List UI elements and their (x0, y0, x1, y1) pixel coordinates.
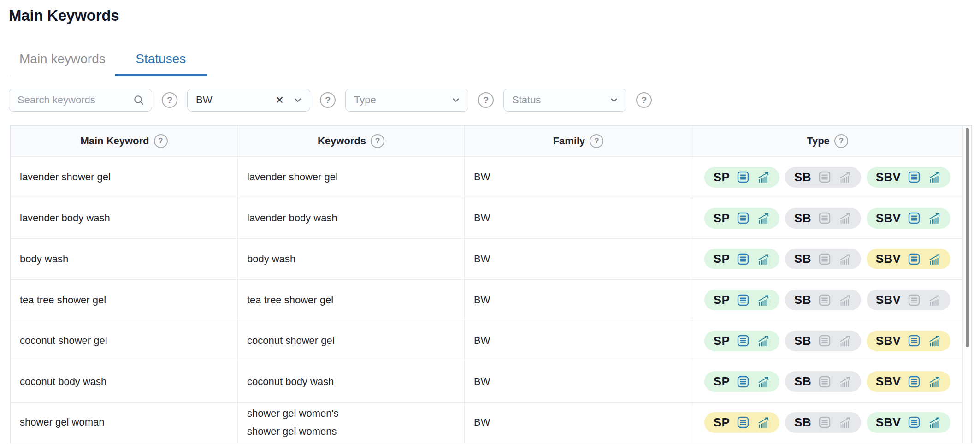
badge-label: SB (794, 293, 811, 307)
tab-main-keywords[interactable]: Main keywords (10, 52, 115, 76)
badge-sbv[interactable]: SBV (867, 371, 950, 392)
search-field[interactable] (9, 89, 152, 112)
badge-sp[interactable]: SP (704, 331, 779, 351)
trend-chart-icon[interactable] (756, 415, 770, 429)
trend-chart-icon[interactable] (838, 170, 852, 184)
trend-chart-icon[interactable] (927, 252, 941, 266)
keyword-list-icon[interactable] (907, 252, 921, 266)
trend-chart-icon[interactable] (927, 293, 941, 307)
keyword-line: body wash (247, 253, 295, 265)
badge-sbv[interactable]: SBV (867, 412, 950, 433)
keyword-list-icon[interactable] (736, 293, 750, 307)
help-icon[interactable]: ? (590, 134, 603, 148)
keyword-list-icon[interactable] (736, 375, 750, 389)
trend-chart-icon[interactable] (838, 252, 852, 266)
keyword-list-icon[interactable] (907, 334, 921, 348)
cell-main-keyword: body wash (11, 239, 238, 279)
keyword-list-icon[interactable] (736, 252, 750, 266)
trend-chart-icon[interactable] (927, 415, 941, 429)
keyword-list-icon[interactable] (736, 334, 750, 348)
clear-icon[interactable]: ✕ (275, 95, 284, 106)
badge-sp[interactable]: SP (704, 167, 779, 188)
badge-sp[interactable]: SP (704, 412, 779, 433)
family-text: BW (474, 416, 490, 428)
keyword-list-icon[interactable] (818, 252, 832, 266)
keyword-list-icon[interactable] (907, 415, 921, 429)
table-row: body washbody washBWSPSBSBV (11, 238, 963, 279)
tabs: Main keywords Statuses (10, 52, 980, 76)
badge-sp[interactable]: SP (704, 249, 779, 269)
help-icon[interactable]: ? (478, 92, 494, 108)
table-row: shower gel womanshower gel women'sshower… (11, 402, 963, 443)
trend-chart-icon[interactable] (756, 293, 770, 307)
keyword-line: lavender shower gel (247, 171, 338, 183)
badge-sbv[interactable]: SBV (867, 331, 950, 351)
keyword-list-icon[interactable] (907, 375, 921, 389)
keyword-list-icon[interactable] (818, 293, 832, 307)
badge-sbv[interactable]: SBV (867, 208, 950, 229)
badge-sb[interactable]: SB (785, 290, 861, 310)
badge-label: SBV (876, 211, 901, 225)
table-scrollbar[interactable] (963, 126, 971, 443)
badge-sp[interactable]: SP (704, 208, 779, 229)
cell-type-badges: SPSBSBV (692, 280, 963, 320)
badge-sbv[interactable]: SBV (867, 167, 950, 188)
badge-sb[interactable]: SB (785, 167, 861, 188)
trend-chart-icon[interactable] (927, 170, 941, 184)
badge-sb[interactable]: SB (785, 331, 861, 351)
keyword-list-icon[interactable] (818, 375, 832, 389)
trend-chart-icon[interactable] (838, 415, 852, 429)
badge-sb[interactable]: SB (785, 412, 861, 433)
help-icon[interactable]: ? (162, 92, 177, 108)
help-icon[interactable]: ? (154, 134, 168, 148)
keyword-list-icon[interactable] (736, 170, 750, 184)
search-input[interactable] (18, 94, 133, 106)
trend-chart-icon[interactable] (927, 334, 941, 348)
trend-chart-icon[interactable] (838, 334, 852, 348)
family-select[interactable]: BW ✕ (187, 89, 310, 112)
keyword-list-icon[interactable] (736, 211, 750, 225)
cell-family: BW (465, 157, 692, 198)
trend-chart-icon[interactable] (927, 375, 941, 389)
keyword-list-icon[interactable] (818, 211, 832, 225)
keyword-list-icon[interactable] (818, 170, 832, 184)
type-select[interactable]: Type (345, 89, 468, 112)
badge-sb[interactable]: SB (785, 249, 861, 269)
keyword-list-icon[interactable] (907, 211, 921, 225)
keyword-list-icon[interactable] (818, 334, 832, 348)
table-header: Main Keyword ? Keywords ? Family ? Type … (11, 126, 963, 157)
trend-chart-icon[interactable] (838, 375, 852, 389)
chevron-down-icon[interactable] (608, 95, 620, 106)
badge-sbv[interactable]: SBV (867, 249, 950, 269)
table-row: lavender body washlavender body washBWSP… (11, 198, 963, 239)
help-icon[interactable]: ? (834, 134, 848, 148)
keyword-list-icon[interactable] (736, 415, 750, 429)
badge-sp[interactable]: SP (704, 371, 779, 392)
table-row: lavender shower gellavender shower gelBW… (11, 157, 963, 198)
trend-chart-icon[interactable] (838, 293, 852, 307)
scrollbar-thumb[interactable] (966, 128, 969, 347)
help-icon[interactable]: ? (320, 92, 336, 108)
help-icon[interactable]: ? (371, 134, 384, 148)
badge-sp[interactable]: SP (704, 290, 779, 310)
trend-chart-icon[interactable] (756, 375, 770, 389)
tab-statuses[interactable]: Statuses (115, 52, 207, 76)
trend-chart-icon[interactable] (756, 334, 770, 348)
trend-chart-icon[interactable] (756, 252, 770, 266)
trend-chart-icon[interactable] (838, 211, 852, 225)
badge-sb[interactable]: SB (785, 208, 861, 229)
keyword-list-icon[interactable] (907, 170, 921, 184)
badge-sbv[interactable]: SBV (867, 290, 950, 310)
status-select[interactable]: Status (503, 89, 626, 112)
trend-chart-icon[interactable] (756, 170, 770, 184)
keyword-list-icon[interactable] (907, 293, 921, 307)
keyword-line: coconut body wash (247, 376, 334, 388)
help-icon[interactable]: ? (636, 92, 652, 108)
trend-chart-icon[interactable] (756, 211, 770, 225)
trend-chart-icon[interactable] (927, 211, 941, 225)
column-label: Family (553, 135, 585, 147)
chevron-down-icon[interactable] (450, 95, 461, 106)
badge-sb[interactable]: SB (785, 371, 861, 392)
keyword-list-icon[interactable] (818, 415, 832, 429)
chevron-down-icon[interactable] (292, 95, 303, 106)
